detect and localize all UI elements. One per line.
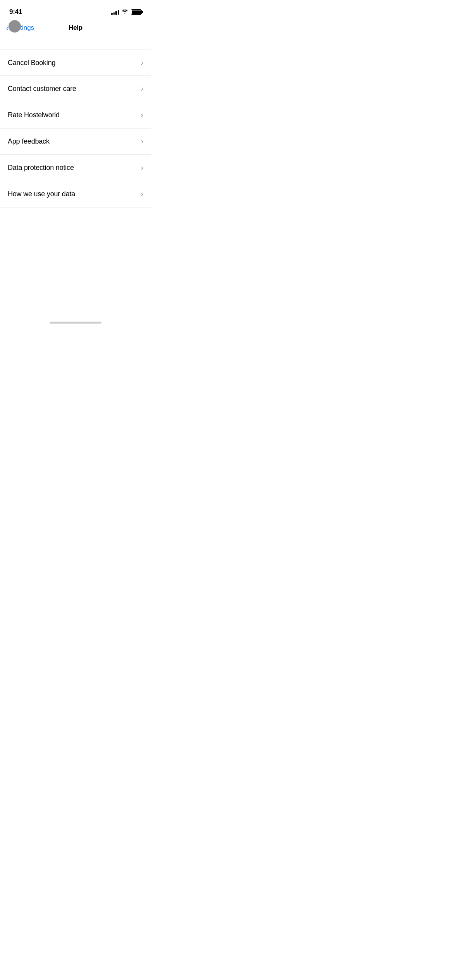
nav-bar: ‹ Settings Help [0,19,151,39]
menu-item-data-protection-notice[interactable]: Data protection notice › [0,155,151,181]
battery-icon [131,9,142,15]
menu-item-contact-customer-care[interactable]: Contact customer care › [0,76,151,102]
chevron-right-icon: › [141,164,143,172]
chevron-right-icon: › [141,85,143,93]
chevron-right-icon: › [141,59,143,67]
menu-item-label: Cancel Booking [8,59,55,67]
menu-item-label: App feedback [8,137,50,146]
menu-item-label: Rate Hostelworld [8,111,60,119]
menu-list: Cancel Booking › Contact customer care ›… [0,50,151,207]
chevron-right-icon: › [141,190,143,198]
menu-item-how-we-use-your-data[interactable]: How we use your data › [0,181,151,207]
menu-item-cancel-booking[interactable]: Cancel Booking › [0,50,151,76]
home-indicator [50,322,101,324]
menu-item-label: How we use your data [8,190,75,198]
avatar [9,20,21,33]
menu-item-app-feedback[interactable]: App feedback › [0,128,151,155]
wifi-icon [122,9,128,15]
menu-item-label: Contact customer care [8,85,76,93]
chevron-right-icon: › [141,111,143,119]
chevron-right-icon: › [141,137,143,146]
page-title: Help [69,24,82,32]
status-time: 9:41 [9,8,22,16]
menu-item-label: Data protection notice [8,164,74,172]
status-icons [111,9,142,15]
status-bar: 9:41 [0,0,151,19]
menu-item-rate-hostelworld[interactable]: Rate Hostelworld › [0,102,151,128]
signal-icon [111,9,119,15]
